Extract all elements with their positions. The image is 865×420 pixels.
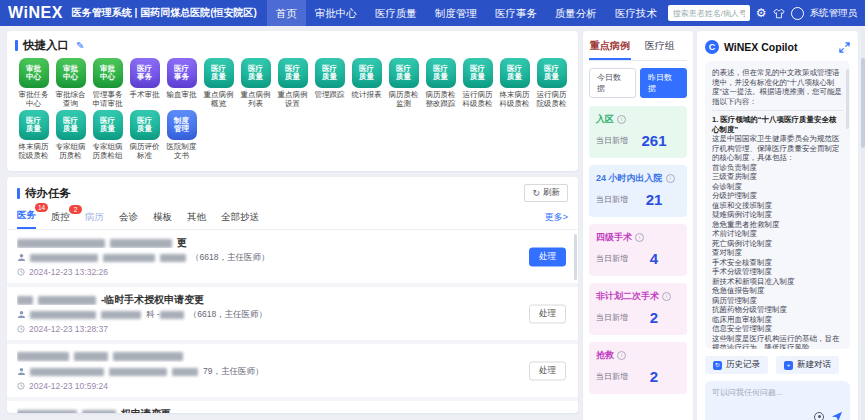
copilot-list-item: 病历管理制度 xyxy=(712,296,843,306)
task-time: 2024-12-23 10:59:24 xyxy=(17,381,508,391)
quick-entry-item[interactable]: 审批中心审批任务中心 xyxy=(15,58,52,108)
todo-tab-7[interactable]: 全部抄送 xyxy=(221,211,259,229)
visible-text: 79，主任医师） xyxy=(203,366,263,378)
quick-entry-item[interactable]: 医疗质量重点病例概览 xyxy=(200,58,237,108)
user-avatar[interactable] xyxy=(791,7,804,20)
todo-tab-6[interactable]: 其他 xyxy=(187,211,206,229)
tile-text-line2: 管理 xyxy=(174,125,189,134)
new-chat-label: 新建对话 xyxy=(797,359,831,371)
task-time-value: 2024-12-23 13:28:37 xyxy=(29,324,108,334)
stat-card[interactable]: 四级手术i当日新增4 xyxy=(589,224,687,276)
quick-entry-item[interactable]: 医疗质量终末病历院级质检 xyxy=(15,110,52,160)
quick-entry-item[interactable]: 医疗质量重点病例设置 xyxy=(274,58,311,108)
date-toggle-2[interactable]: 昨日数据 xyxy=(640,68,687,98)
quick-entry-item[interactable]: 医疗质量专家组病历质检 xyxy=(52,110,89,160)
tile-text-line2: 质量 xyxy=(285,73,300,82)
quick-entry-tile-icon: 医疗质量 xyxy=(500,58,530,88)
stat-card[interactable]: 入区i当日新增261 xyxy=(589,106,687,158)
history-button[interactable]: ↻ 历史记录 xyxy=(705,356,768,374)
quick-entry-tile-icon: 医疗质量 xyxy=(204,58,234,88)
quick-entry-label: 运行病历科级质检 xyxy=(461,90,495,108)
nav-tab-7[interactable]: 医疗技术 xyxy=(606,0,666,26)
quick-entry-item[interactable]: 审批中心管理事务申请审批 xyxy=(89,58,126,108)
nav-tab-5[interactable]: 医疗事务 xyxy=(486,0,546,26)
nav-tab-3[interactable]: 医疗质量 xyxy=(366,0,426,26)
title-accent-bar xyxy=(17,188,20,199)
stat-card-value: 2 xyxy=(628,310,680,325)
send-icon[interactable] xyxy=(831,411,843,420)
quick-entry-item[interactable]: 医疗质量病历评价标准 xyxy=(126,110,163,160)
copilot-list-item: 临床用血审核制度 xyxy=(712,315,843,325)
copilot-scrollbar[interactable] xyxy=(846,69,849,129)
voice-icon[interactable] xyxy=(814,412,824,420)
stats-tab-1[interactable]: 重点病例 xyxy=(589,35,631,60)
app-root: WiNEX 医务管理系统 | 国药同煤总医院(恒安院区) 首页审批中心医疗质量制… xyxy=(0,0,865,420)
redacted-text xyxy=(17,352,69,361)
quick-entry-item[interactable]: 医疗质量运行病历科级质检 xyxy=(459,58,496,108)
quick-entry-item[interactable]: 医疗质量统计报表 xyxy=(348,58,385,108)
clock-icon xyxy=(17,325,25,333)
todo-tab-2[interactable]: 质控2 xyxy=(51,211,70,229)
copilot-logo-icon: C xyxy=(705,40,719,54)
settings-gear-icon[interactable]: ⚙ xyxy=(756,7,767,19)
todo-tab-1[interactable]: 医务14 xyxy=(17,209,36,229)
quick-entry-item[interactable]: 医疗质量病历质检整改跟踪 xyxy=(422,58,459,108)
copilot-title: WiNEX Copilot xyxy=(724,41,797,53)
stat-card-row: 当日新增21 xyxy=(596,192,680,207)
tile-text-line2: 质量 xyxy=(359,73,374,82)
todo-tab-5[interactable]: 模板 xyxy=(153,211,172,229)
handle-button[interactable]: 处理 xyxy=(529,304,566,323)
new-chat-button[interactable]: + 新建对话 xyxy=(776,356,839,374)
quick-entry-item[interactable]: 医疗质量管理跟踪 xyxy=(311,58,348,108)
handle-button[interactable]: 处理 xyxy=(529,361,566,380)
quick-entry-panel: 快捷入口 ✎ 审批中心审批任务中心审批中心审批综合查询审批中心管理事务申请审批医… xyxy=(7,31,578,171)
copilot-input[interactable] xyxy=(712,387,843,409)
stats-cards: 入区i当日新增26124 小时内出入院i当日新增21四级手术i当日新增4非计划二… xyxy=(589,106,687,401)
quick-entry-item[interactable]: 医疗事务手术审批 xyxy=(126,58,163,108)
quick-entry-item[interactable]: 医疗质量终末病历科级质检 xyxy=(496,58,533,108)
copilot-actions: ↻ 历史记录 + 新建对话 xyxy=(705,356,850,374)
stat-card[interactable]: 非计划二次手术i当日新增2 xyxy=(589,283,687,335)
stat-card[interactable]: 抢救i当日新增2 xyxy=(589,342,687,394)
todo-tab-3[interactable]: 病历 xyxy=(85,211,104,229)
stat-card-row: 当日新增4 xyxy=(596,251,680,266)
copilot-list-item: 手术分级管理制度 xyxy=(712,267,843,277)
quick-entry-item[interactable]: 制度管理医院制度文书 xyxy=(163,110,200,160)
quick-entry-tile-icon: 医疗质量 xyxy=(463,58,493,88)
quick-entry-item[interactable]: 医疗质量专家组病历质检组 xyxy=(89,110,126,160)
copilot-list-item: 三级查房制度 xyxy=(712,172,843,182)
todo-more-link[interactable]: 更多> xyxy=(545,211,568,229)
date-toggle-1[interactable]: 今日数据 xyxy=(589,68,636,98)
page-scrollbar-track[interactable] xyxy=(861,28,865,420)
theme-shirt-icon[interactable] xyxy=(773,8,785,19)
patient-search-input[interactable] xyxy=(668,5,750,21)
redacted-text xyxy=(110,239,172,248)
page-scrollbar-thumb[interactable] xyxy=(861,58,865,148)
task-time-value: 2024-12-23 10:59:24 xyxy=(29,381,108,391)
quick-entry-item[interactable]: 医疗质量病历质检监测 xyxy=(385,58,422,108)
redacted-text xyxy=(113,352,183,361)
copilot-list-item: 急危重患者抢救制度 xyxy=(712,220,843,230)
nav-tab-4[interactable]: 制度管理 xyxy=(426,0,486,26)
edit-quick-entry-icon[interactable]: ✎ xyxy=(76,40,84,51)
handle-button[interactable]: 处理 xyxy=(529,247,566,266)
quick-entry-item[interactable]: 审批中心审批综合查询 xyxy=(52,58,89,108)
quick-entry-item[interactable]: 医疗事务输血审批 xyxy=(163,58,200,108)
header-right: ⚙ 系统管理员 xyxy=(668,5,857,21)
expand-icon[interactable] xyxy=(839,42,850,53)
todo-tab-4[interactable]: 会诊 xyxy=(119,211,138,229)
nav-tab-1[interactable]: 首页 xyxy=(267,0,306,26)
quick-entry-item[interactable]: 医疗质量重点病例列表 xyxy=(237,58,274,108)
refresh-icon: ↻ xyxy=(532,188,540,198)
nav-tab-2[interactable]: 审批中心 xyxy=(306,0,366,26)
tile-text-line2: 质量 xyxy=(137,125,152,134)
copilot-list-item: 死亡病例讨论制度 xyxy=(712,239,843,249)
quick-entry-label: 重点病例设置 xyxy=(276,90,310,108)
nav-tab-6[interactable]: 质量分析 xyxy=(546,0,606,26)
copilot-list-item: 抗菌药物分级管理制度 xyxy=(712,305,843,315)
stat-card[interactable]: 24 小时内出入院i当日新增21 xyxy=(589,165,687,217)
stat-card-sub: 当日新增 xyxy=(596,194,628,207)
stats-tab-2[interactable]: 医疗组 xyxy=(644,35,676,60)
quick-entry-item[interactable]: 医疗质量运行病历院级质检 xyxy=(533,58,570,108)
refresh-button[interactable]: ↻ 刷新 xyxy=(524,184,568,202)
